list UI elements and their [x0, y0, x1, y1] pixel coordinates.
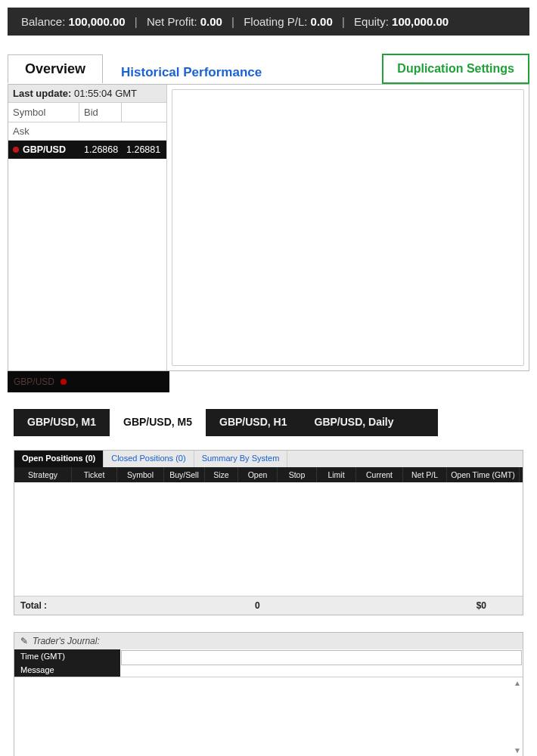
main-tabs: Overview Historical Performance [8, 54, 262, 83]
subbar-symbol: GBP/USD [14, 376, 54, 387]
quote-symbol: GBP/USD [23, 144, 66, 155]
journal-body[interactable]: ▲ ▼ [14, 677, 523, 756]
balance-label: Balance: [21, 15, 65, 28]
journal-input-row: Time (GMT) Message [14, 649, 523, 677]
pin-icon[interactable]: ✎ [20, 636, 28, 646]
account-status-bar: Balance: 100,000.00 | Net Profit: 0.00 |… [8, 8, 529, 36]
positions-panel: Open Positions (0) Closed Positions (0) … [14, 450, 523, 615]
col-open: Open [238, 467, 278, 482]
traders-journal: ✎ Trader's Journal: Time (GMT) Message ▲… [14, 632, 523, 756]
col-buysell: Buy/Sell [164, 467, 205, 482]
journal-title: Trader's Journal: [33, 636, 100, 646]
tab-closed-positions[interactable]: Closed Positions (0) [104, 451, 194, 467]
top-nav: Overview Historical Performance Duplicat… [8, 54, 529, 84]
tab-historical-performance[interactable]: Historical Performance [121, 65, 262, 83]
journal-labels: Time (GMT) Message [14, 649, 120, 677]
overview-panel: Last update: 01:55:04 GMT Symbol Bid Ask… [8, 84, 529, 371]
journal-title-bar: ✎ Trader's Journal: [14, 633, 523, 649]
col-size: Size [205, 467, 238, 482]
tf-tab-m1[interactable]: GBP/USD, M1 [14, 409, 110, 436]
netprofit-label: Net Profit: [147, 15, 197, 28]
positions-columns: Strategy Ticket Symbol Buy/Sell Size Ope… [14, 467, 523, 482]
quote-symbol-cell: GBP/USD [8, 141, 79, 159]
col-bid: Bid [79, 103, 122, 122]
journal-input-col [120, 649, 523, 677]
col-symbol: Symbol [117, 467, 164, 482]
col-netpl: Net P/L [403, 467, 447, 482]
balance-value: 100,000.00 [69, 15, 126, 28]
tf-tab-h1[interactable]: GBP/USD, H1 [206, 409, 300, 436]
positions-tabs: Open Positions (0) Closed Positions (0) … [14, 451, 523, 467]
quote-bid: 1.26868 [79, 141, 122, 159]
col-symbol: Symbol [8, 103, 79, 122]
floating-value: 0.00 [311, 15, 333, 28]
netprofit-value: 0.00 [200, 15, 222, 28]
chart-area[interactable] [172, 89, 524, 366]
tab-summary-by-system[interactable]: Summary By System [194, 451, 288, 467]
quotes-column: Last update: 01:55:04 GMT Symbol Bid Ask… [8, 85, 167, 370]
scroll-up-icon[interactable]: ▲ [514, 679, 521, 687]
quote-ask: 1.26881 [122, 141, 164, 159]
col-opentime: Open Time (GMT) [447, 467, 520, 482]
duplication-settings-button[interactable]: Duplication Settings [382, 54, 529, 84]
tf-tab-m5[interactable]: GBP/USD, M5 [110, 409, 206, 436]
journal-time-label: Time (GMT) [14, 649, 120, 663]
symbol-subbar[interactable]: GBP/USD [8, 371, 169, 392]
equity-label: Equity: [354, 15, 389, 28]
tab-open-positions[interactable]: Open Positions (0) [14, 451, 104, 467]
timeframe-tabs: GBP/USD, M1 GBP/USD, M5 GBP/USD, H1 GBP/… [14, 409, 523, 436]
last-update-label: Last update: [13, 88, 71, 99]
col-stop: Stop [278, 467, 317, 482]
positions-body [14, 482, 523, 596]
col-strategy: Strategy [14, 467, 72, 482]
price-down-icon [13, 147, 19, 153]
last-update-time: 01:55:04 GMT [74, 88, 137, 99]
col-ticket: Ticket [72, 467, 117, 482]
total-pl: $0 [411, 600, 517, 611]
quote-row[interactable]: GBP/USD 1.26868 1.26881 [8, 141, 166, 159]
col-ask: Ask [8, 122, 166, 141]
journal-message-label: Message [14, 663, 120, 677]
col-current: Current [356, 467, 403, 482]
equity-value: 100,000.00 [392, 15, 449, 28]
quotes-header: Symbol Bid [8, 103, 166, 122]
floating-label: Floating P/L: [244, 15, 307, 28]
scroll-down-icon[interactable]: ▼ [514, 746, 521, 754]
last-update: Last update: 01:55:04 GMT [8, 85, 166, 103]
total-label: Total : [20, 600, 255, 611]
positions-total-row: Total : 0 $0 [14, 596, 523, 615]
tf-tab-daily[interactable]: GBP/USD, Daily [301, 409, 408, 436]
col-blank [122, 103, 164, 122]
price-down-icon [61, 379, 67, 385]
tab-overview[interactable]: Overview [8, 54, 103, 83]
total-size: 0 [255, 600, 411, 611]
tf-padding [408, 409, 438, 436]
journal-time-input[interactable] [121, 650, 522, 665]
col-limit: Limit [317, 467, 356, 482]
